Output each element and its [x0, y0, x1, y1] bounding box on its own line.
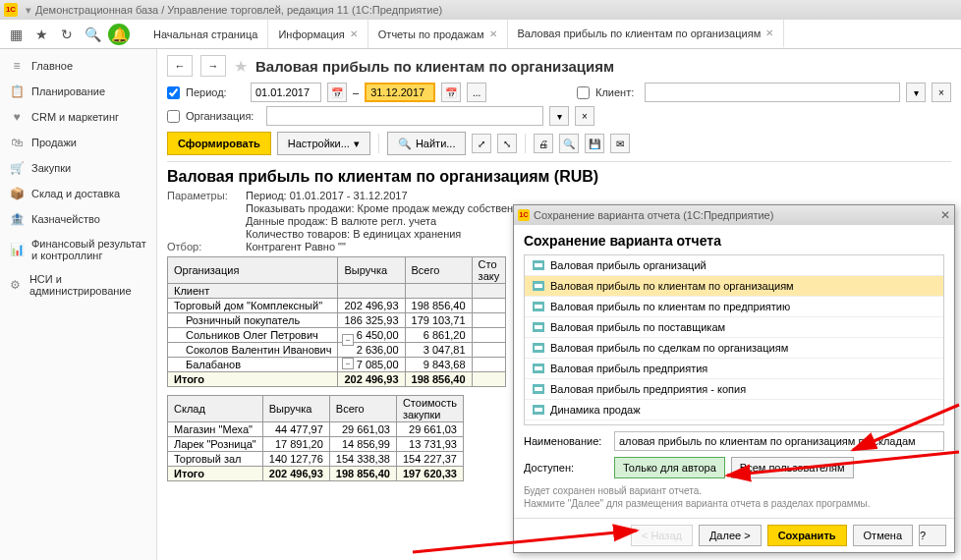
param-line: Период: 01.01.2017 - 31.12.2017	[246, 190, 951, 201]
col-header: Склад	[168, 396, 263, 422]
table-row[interactable]: Сольников Олег Петрович6 450,006 861,20	[168, 328, 506, 343]
sidebar-icon: ⚙	[10, 278, 22, 292]
tab-gross-profit[interactable]: Валовая прибыль по клиентам по организац…	[508, 20, 785, 48]
sidebar-item[interactable]: 🛍Продажи	[0, 130, 156, 155]
variant-item[interactable]: Валовая прибыль по сделкам по организаци…	[525, 338, 943, 359]
tab-home[interactable]: Начальная страница	[143, 20, 268, 48]
report-icon	[533, 281, 544, 291]
print-icon[interactable]: 🖨	[534, 134, 553, 153]
help-button[interactable]: ?	[919, 525, 946, 546]
page-title: Валовая прибыль по клиентам по организац…	[255, 58, 614, 75]
col-subheader	[472, 284, 506, 299]
notifications-icon[interactable]: 🔔	[108, 24, 130, 45]
variant-item[interactable]: Валовая прибыль предприятия	[525, 359, 943, 379]
save-variant-dialog: 1C Сохранение варианта отчета (1С:Предпр…	[513, 204, 955, 553]
close-icon[interactable]: ✕	[765, 28, 773, 38]
variant-item[interactable]: Валовая прибыль по клиентам по организац…	[525, 276, 943, 297]
sidebar-item[interactable]: ≡Главное	[0, 53, 156, 79]
sidebar-icon: 📦	[10, 187, 24, 200]
org-checkbox[interactable]	[167, 110, 180, 123]
calendar-icon[interactable]: 📅	[441, 83, 461, 102]
next-button[interactable]: Далее >	[699, 525, 762, 546]
close-icon[interactable]: ✕	[350, 28, 358, 39]
report-icon	[533, 405, 544, 415]
sidebar-item[interactable]: 📋Планирование	[0, 79, 156, 104]
sidebar-label: Продажи	[31, 137, 77, 148]
client-clear-button[interactable]: ×	[932, 83, 951, 102]
only-author-button[interactable]: Только для автора	[614, 457, 725, 478]
variant-item[interactable]: Валовая прибыль предприятия - копия	[525, 379, 943, 400]
sidebar-label: Закупки	[31, 162, 71, 174]
variant-item[interactable]: Динамика продаж	[525, 400, 943, 420]
table-row[interactable]: Торговый зал140 127,76154 338,38154 227,…	[168, 452, 464, 467]
forward-button[interactable]: →	[200, 55, 226, 77]
calendar-icon[interactable]: 📅	[327, 83, 347, 102]
sidebar-label: CRM и маркетинг	[31, 111, 119, 123]
settings-button[interactable]: Настройки...▾	[277, 132, 370, 155]
table-row[interactable]: Розничный покупатель186 325,93179 103,71	[168, 313, 506, 328]
search-icon[interactable]: 🔍	[83, 25, 102, 44]
history-icon[interactable]: ↻	[57, 25, 77, 44]
collapse-icon[interactable]: ⤡	[497, 134, 517, 153]
tab-info[interactable]: Информация✕	[268, 20, 367, 48]
back-button: < Назад	[631, 525, 693, 546]
variant-name-input[interactable]	[614, 431, 944, 451]
sidebar-icon: ♥	[10, 110, 24, 124]
col-subheader: Клиент	[168, 284, 338, 299]
org-input[interactable]	[266, 106, 543, 126]
email-icon[interactable]: ✉	[610, 134, 630, 153]
favorite-toggle-icon[interactable]: ★	[234, 57, 248, 76]
cancel-button[interactable]: Отмена	[853, 525, 913, 546]
dialog-close-icon[interactable]: ✕	[940, 208, 950, 222]
variant-item[interactable]: Валовая прибыль организаций	[525, 255, 943, 276]
table-row[interactable]: Магазин "Меха"44 477,9729 661,0329 661,0…	[168, 422, 464, 437]
save-icon[interactable]: 💾	[585, 134, 604, 153]
back-button[interactable]: ←	[167, 55, 193, 77]
client-checkbox[interactable]	[577, 86, 590, 99]
period-checkbox[interactable]	[167, 86, 180, 99]
org-clear-button[interactable]: ×	[575, 106, 594, 126]
table-row[interactable]: Торговый дом "Комплексный"202 496,93198 …	[168, 299, 506, 313]
table-row[interactable]: Балабанов7 085,009 843,68	[168, 358, 506, 372]
client-select-button[interactable]: ▾	[906, 83, 926, 102]
client-input[interactable]	[645, 83, 900, 102]
preview-icon[interactable]: 🔍	[559, 134, 579, 153]
tree-collapse-icon[interactable]: −	[342, 334, 354, 346]
variant-item[interactable]: Валовая прибыль по поставщикам	[525, 317, 943, 338]
sidebar-item[interactable]: 📊Финансовый результат и контроллинг	[0, 232, 156, 267]
date-from-input[interactable]	[251, 83, 321, 102]
app-logo-icon: 1C	[518, 209, 530, 221]
col-header: Всего	[329, 396, 396, 422]
star-icon[interactable]: ★	[31, 25, 51, 44]
variant-list[interactable]: Валовая прибыль организацийВаловая прибы…	[524, 254, 944, 425]
apps-icon[interactable]: ▦	[6, 25, 26, 44]
close-icon[interactable]: ✕	[489, 28, 497, 39]
variant-item[interactable]: Валовая прибыль по клиентам по предприят…	[525, 297, 943, 317]
form-report-button[interactable]: Сформировать	[167, 132, 271, 155]
org-select-button[interactable]: ▾	[549, 106, 569, 126]
table-row[interactable]: Итого202 496,93198 856,40	[168, 372, 506, 387]
dropdown-icon[interactable]: ▾	[26, 4, 31, 17]
date-to-input[interactable]	[365, 83, 435, 102]
access-label: Доступен:	[524, 462, 608, 474]
app-logo-icon: 1C	[4, 3, 18, 17]
expand-icon[interactable]: ⤢	[472, 134, 491, 153]
sidebar-item[interactable]: ⚙НСИ и администрирование	[0, 267, 156, 303]
table-row[interactable]: Ларек "Розница"17 891,2014 856,9913 731,…	[168, 437, 464, 452]
sidebar-item[interactable]: ♥CRM и маркетинг	[0, 104, 156, 130]
report-table-1: ОрганизацияВыручкаВсегоСтозакуКлиентТорг…	[167, 256, 506, 387]
period-more-button[interactable]: ...	[467, 83, 486, 102]
table-row[interactable]: Итого202 496,93198 856,40197 620,33	[168, 467, 464, 481]
dialog-hint: Будет сохранен новый вариант отчета. Наж…	[524, 484, 944, 510]
sidebar-item[interactable]: 📦Склад и доставка	[0, 181, 156, 206]
all-users-button[interactable]: Всем пользователям	[731, 457, 854, 478]
tree-collapse-icon[interactable]: −	[342, 358, 354, 369]
save-button[interactable]: Сохранить	[767, 525, 847, 546]
dialog-titlebar[interactable]: 1C Сохранение варианта отчета (1С:Предпр…	[514, 205, 954, 225]
table-row[interactable]: Соколов Валентин Иванович2 636,003 047,8…	[168, 343, 506, 358]
sidebar-item[interactable]: 🛒Закупки	[0, 155, 156, 181]
col-header: Выручка	[338, 257, 405, 284]
sidebar-item[interactable]: 🏦Казначейство	[0, 206, 156, 232]
tab-sales-reports[interactable]: Отчеты по продажам✕	[368, 20, 508, 48]
find-button[interactable]: 🔍 Найти...	[387, 132, 467, 155]
